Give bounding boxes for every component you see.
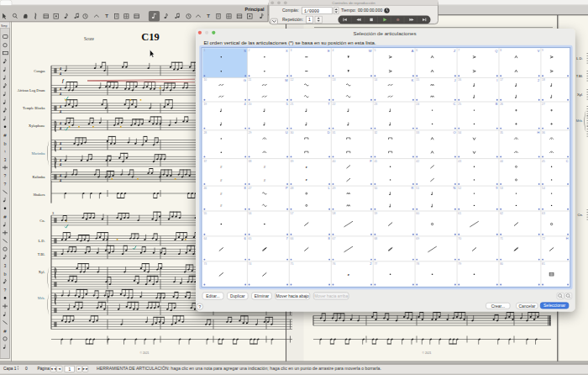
svg-text:Eliminar: Eliminar (255, 294, 270, 298)
svg-text:62: 62 (500, 212, 503, 215)
svg-text:39: 39 (291, 160, 294, 163)
svg-text:1/0000: 1/0000 (304, 9, 319, 14)
svg-text:65: 65 (249, 237, 252, 240)
svg-text:Xyl.: Xyl. (577, 92, 583, 97)
svg-text:36: 36 (542, 131, 545, 135)
svg-text:►: ► (77, 367, 81, 371)
svg-text:75: 75 (291, 262, 294, 266)
svg-text:17: 17 (500, 78, 503, 82)
svg-text:K: K (412, 78, 414, 82)
svg-text:61: 61 (458, 212, 461, 215)
svg-text:24: 24 (416, 103, 419, 106)
svg-text:77: 77 (374, 262, 377, 266)
svg-text:◄◄: ◄◄ (50, 367, 56, 371)
svg-text:9: 9 (542, 49, 543, 52)
svg-text:4: 4 (333, 49, 334, 52)
svg-text:z: z (306, 178, 307, 182)
svg-text:Cancelar: Cancelar (518, 304, 535, 309)
svg-text:67: 67 (333, 237, 336, 240)
svg-text:41: 41 (374, 160, 377, 163)
svg-text:22: 22 (333, 103, 336, 106)
svg-text:13: 13 (333, 78, 336, 82)
svg-text:1: 1 (308, 17, 311, 22)
svg-text:32: 32 (374, 131, 377, 135)
svg-text:70: 70 (458, 237, 461, 240)
svg-text:27: 27 (542, 103, 545, 106)
svg-text:H: H (537, 130, 539, 135)
svg-text:2: 2 (249, 49, 250, 52)
svg-text:African Log Drum: African Log Drum (18, 88, 46, 92)
svg-text:Congas: Congas (34, 69, 45, 73)
svg-text:55: 55 (203, 212, 207, 215)
svg-text:49: 49 (333, 187, 336, 190)
svg-text:25: 25 (458, 103, 461, 106)
svg-text:23: 23 (374, 103, 377, 106)
svg-text:Score: Score (84, 36, 95, 41)
svg-text:z: z (348, 272, 349, 277)
svg-text:L.D.: L.D. (38, 239, 45, 243)
svg-text:14: 14 (374, 78, 377, 82)
svg-text:Repetición:: Repetición: (282, 17, 303, 22)
svg-text:►►: ►► (82, 367, 89, 371)
svg-text:◄: ◄ (58, 367, 61, 371)
svg-text:?: ? (198, 304, 201, 309)
svg-text:T: T (207, 13, 210, 18)
svg-text:P: P (286, 186, 288, 190)
svg-text:42: 42 (416, 160, 419, 163)
svg-text:Xylophone: Xylophone (29, 124, 45, 128)
svg-text:3: 3 (52, 212, 54, 215)
svg-text:Controles de reproducción: Controles de reproducción (332, 1, 375, 5)
svg-text:26: 26 (500, 103, 503, 106)
svg-text:47: 47 (249, 187, 252, 190)
svg-text:Cn.: Cn. (577, 213, 583, 217)
svg-text:Kalimba: Kalimba (32, 175, 45, 179)
svg-text:Principal: Principal (245, 7, 265, 12)
svg-text:20: 20 (249, 103, 252, 106)
svg-text:C: C (566, 159, 569, 163)
svg-text:5: 5 (374, 49, 375, 52)
svg-text:Q: Q (495, 49, 497, 53)
svg-text:C: C (454, 102, 456, 106)
svg-text:C19: C19 (141, 31, 160, 43)
svg-text:Selección de articulaciones: Selección de articulaciones (354, 30, 417, 36)
svg-text:Compás:: Compás: (282, 8, 299, 13)
svg-text:S: S (244, 49, 246, 53)
svg-text:74: 74 (249, 262, 252, 266)
svg-text:T: T (105, 13, 108, 18)
svg-text:40: 40 (333, 160, 336, 163)
svg-text:11: 11 (249, 78, 252, 82)
svg-text:Simp: Simp (1, 24, 8, 28)
svg-text:M: M (285, 78, 287, 82)
svg-text:Capa 1: Capa 1 (3, 367, 17, 371)
svg-text:© 2021: © 2021 (140, 351, 150, 355)
svg-text:38: 38 (249, 160, 252, 163)
svg-text:A: A (412, 49, 414, 53)
svg-text:44: 44 (500, 160, 503, 163)
svg-text:HERRAMIENTA DE ARTICULACIÓN: h: HERRAMIENTA DE ARTICULACIÓN: haga clic e… (97, 366, 381, 371)
svg-text:V: V (538, 49, 540, 53)
svg-text:48: 48 (291, 187, 294, 190)
svg-text:79: 79 (458, 262, 461, 266)
svg-text:59: 59 (374, 212, 377, 215)
svg-text:63: 63 (542, 212, 545, 215)
svg-text:?: ? (4, 173, 7, 178)
svg-text:O: O (453, 130, 455, 135)
svg-text:D: D (328, 130, 330, 135)
svg-text:58: 58 (333, 212, 336, 215)
svg-text:12: 12 (291, 78, 294, 82)
svg-text:Temple Blocks: Temple Blocks (23, 106, 45, 110)
svg-text:8: 8 (500, 49, 501, 52)
svg-text:E: E (328, 49, 330, 53)
svg-text:60: 60 (416, 212, 419, 215)
svg-text:R: R (412, 186, 414, 190)
svg-text:31: 31 (333, 131, 336, 135)
svg-text:U: U (286, 130, 288, 135)
svg-text:T.Bl.: T.Bl. (38, 252, 45, 256)
svg-text:45: 45 (542, 160, 545, 163)
svg-text:H: H (566, 236, 569, 240)
svg-text:W: W (369, 49, 372, 53)
svg-text:3: 3 (291, 49, 292, 52)
svg-text:69: 69 (416, 237, 419, 240)
svg-text:Tiempo:: Tiempo: (341, 8, 356, 13)
svg-text:73: 73 (203, 262, 207, 266)
